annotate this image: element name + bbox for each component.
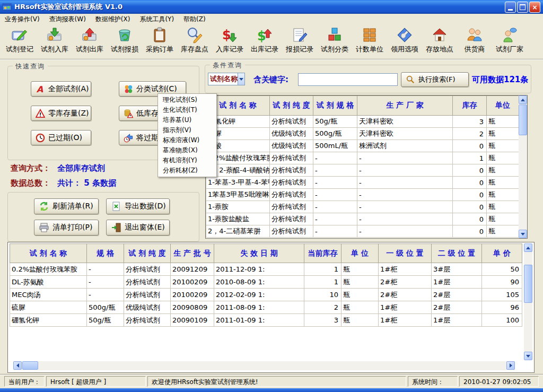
minimize-button[interactable] [505, 2, 516, 13]
col-header-maker[interactable]: 生 产 厂 家 [357, 96, 453, 116]
menu-item-category[interactable]: 指示剂(V) [158, 125, 216, 135]
col-header-stock[interactable]: 库存 [453, 96, 487, 116]
scroll-down-button[interactable] [524, 352, 532, 360]
toolbar-loss-record[interactable]: 报损记录 [282, 24, 317, 57]
menu-bar: 业务操作(V) 查询报表(W) 数据维护(X) 系统工具(Y) 帮助(Z) [0, 14, 543, 25]
table-row[interactable]: 硼氢化钾 分析纯试剂 50g/瓶 天津科密欧 3 瓶 [206, 116, 519, 128]
toolbar-in-record[interactable]: $ 入库记录 [212, 24, 247, 57]
cell-location2: 2#层 [432, 289, 482, 301]
close-button[interactable]: × [529, 2, 540, 13]
scroll-down-button[interactable] [519, 230, 527, 238]
table-row[interactable]: 硼氢化钾 50g/瓶 分析纯试剂 20090109 2011-01-09 1: … [10, 314, 522, 327]
table-row[interactable]: 0.2%盐酸付玫瑰苯胺 分析纯试剂 - - 1 瓶 [206, 152, 519, 164]
toolbar-manufacturer[interactable]: 试剂厂家 [492, 24, 527, 57]
cell-location2: 2#层 [432, 301, 482, 314]
table-row[interactable]: 1-萘胺 分析纯试剂 - - 0 瓶 [206, 201, 519, 213]
toolbar-reagent-register[interactable]: 试剂登记 [2, 24, 37, 57]
toolbar-reagent-loss[interactable]: 试剂报损 [107, 24, 142, 57]
menu-item-category[interactable]: 基准物质(X) [158, 145, 216, 155]
col-header-unit[interactable]: 单位 [487, 96, 519, 116]
all-reagents-button[interactable]: A 全部试剂(A) [31, 81, 91, 97]
export-data-button[interactable]: 导出数据(D) [106, 198, 170, 214]
table-row[interactable]: 0.2%盐酸付玫瑰苯胺 - 分析纯试剂 20091209 2011-12-09 … [10, 263, 522, 276]
col-header-purity[interactable]: 试 剂 纯 度 [124, 244, 171, 263]
toolbar-out-record[interactable]: $ 出库记录 [247, 24, 282, 57]
col-header-spec[interactable]: 规 格 [87, 244, 124, 263]
bottom-table-hscrollbar[interactable] [13, 361, 515, 370]
search-button[interactable]: 执行搜索(F) [401, 72, 469, 87]
table-row[interactable]: 1-苯基-3-甲基-4-苯甲 分析纯试剂 - - 0 瓶 [206, 177, 519, 189]
menu-system-tools[interactable]: 系统工具(Y) [135, 14, 179, 24]
table-row[interactable]: DL-苏氨酸 - 分析纯试剂 20100209 2010-08-09 1: 1 … [10, 276, 522, 289]
col-header-price[interactable]: 单 价 [482, 244, 522, 263]
table-row[interactable]: 1，2-萘醌-4-磺酸钠 分析纯试剂 - - 0 瓶 [206, 164, 519, 177]
col-header-spec[interactable]: 试 剂 规 格 [313, 96, 357, 116]
toolbar-reagent-out[interactable]: 试剂出库 [72, 24, 107, 57]
table-row[interactable]: 1-萘胺盐酸盐 分析纯试剂 - - 0 瓶 [206, 213, 519, 225]
toolbar-count-unit[interactable]: 计数单位 [352, 24, 387, 57]
menu-item-category[interactable]: 分析耗材(Z) [158, 165, 216, 176]
menu-reports[interactable]: 查询报表(W) [45, 14, 91, 24]
table-row[interactable]: 2，4-二硝基苯肼 分析纯试剂 - - 0 瓶 [206, 225, 519, 238]
scroll-left-button[interactable] [13, 361, 22, 370]
col-header-expire[interactable]: 失 效 日 期 [214, 244, 304, 263]
col-header-current-stock[interactable]: 当前库存 [304, 244, 341, 263]
scrollbar-thumb[interactable] [22, 361, 38, 370]
menu-business[interactable]: 业务操作(V) [0, 14, 45, 24]
cell-unit: 瓶 [341, 263, 379, 276]
menu-item-category[interactable]: 有机溶剂(Y) [158, 155, 216, 165]
arrow-down-icon [526, 355, 530, 358]
col-header-location1[interactable]: 一 级 位 置 [379, 244, 432, 263]
print-list-button[interactable]: 清单打印(P) [34, 220, 99, 236]
cell-unit: 瓶 [487, 128, 519, 140]
reagent-in-icon [46, 27, 63, 43]
cell-spec: - [313, 189, 357, 201]
menu-item-category[interactable]: 理化试剂(S) [158, 95, 216, 105]
scrollbar-thumb[interactable] [519, 104, 527, 135]
scroll-right-button[interactable] [506, 361, 515, 370]
restore-button[interactable] [517, 2, 528, 13]
col-header-batch[interactable]: 生 产 批 号 [171, 244, 214, 263]
menu-help[interactable]: 帮助(Z) [179, 14, 211, 24]
scrollbar-thumb[interactable] [524, 265, 532, 303]
zero-stock-icon [36, 109, 45, 118]
field-selector-combobox[interactable]: 试剂名称 [208, 73, 245, 85]
cell-maker: - [357, 164, 453, 177]
table-row[interactable]: 硫脲 优级纯试剂 500g/瓶 天津科密欧 2 瓶 [206, 128, 519, 140]
menu-data-maintenance[interactable]: 数据维护(X) [91, 14, 135, 24]
toolbar-reagent-in[interactable]: 试剂入库 [37, 24, 72, 57]
cell-name: 1-苯基-3-甲基-4-苯甲 [206, 177, 270, 189]
col-header-unit[interactable]: 单 位 [341, 244, 379, 263]
toolbar-requisition-option[interactable]: 领用选项 [387, 24, 422, 57]
col-header-location2[interactable]: 二 级 位 置 [432, 244, 482, 263]
combobox-dropdown-button[interactable] [238, 73, 244, 85]
toolbar-reagent-category[interactable]: 试剂分类 [317, 24, 352, 57]
condition-query-title: 条件查询 [210, 61, 245, 70]
menu-item-category[interactable]: 生化试剂(T) [158, 105, 216, 115]
category-reagents-icon [124, 84, 133, 94]
col-header-name[interactable]: 试 剂 名 称 [10, 244, 87, 263]
refresh-list-button[interactable]: 刷新清单(R) [34, 198, 99, 214]
scroll-up-button[interactable] [524, 243, 532, 252]
table-row[interactable]: 1苯基3甲基5吡唑啉酮 分析纯试剂 - - 0 瓶 [206, 189, 519, 201]
exit-form-button[interactable]: 退出窗体(E) [106, 220, 170, 236]
menu-item-category[interactable]: 标准溶液(W) [158, 135, 216, 145]
scroll-up-button[interactable] [519, 95, 527, 104]
expired-button[interactable]: 已过期(O) [31, 130, 91, 145]
cell-spec: - [313, 201, 357, 213]
toolbar-stock-check[interactable]: 库存盘点 [177, 24, 212, 57]
menu-item-category[interactable]: 培养基(U) [158, 115, 216, 125]
cell-stock: 1 [304, 276, 341, 289]
col-header-purity[interactable]: 试 剂 纯 度 [270, 96, 313, 116]
top-table-vscrollbar[interactable] [519, 95, 527, 238]
table-row[interactable]: MEC肉汤 - 分析纯试剂 20100209 2012-02-09 1: 10 … [10, 289, 522, 301]
toolbar-storage-location[interactable]: 存放地点 [422, 24, 457, 57]
keyword-input[interactable] [298, 73, 398, 86]
toolbar-purchase-order[interactable]: 采购订单 [142, 24, 177, 57]
bottom-table-vscrollbar[interactable] [524, 243, 532, 360]
cell-spec: 500g/瓶 [87, 301, 124, 314]
toolbar-supplier[interactable]: 供货商 [457, 24, 492, 57]
zero-stock-button[interactable]: 零库存量(Z) [31, 106, 91, 121]
table-row[interactable]: 硫脲 500g/瓶 优级纯试剂 20090809 2011-08-09 1: 2… [10, 301, 522, 314]
table-row[interactable]: 盐酸 优级纯试剂 500mL/瓶 株洲试剂 0 瓶 [206, 140, 519, 152]
